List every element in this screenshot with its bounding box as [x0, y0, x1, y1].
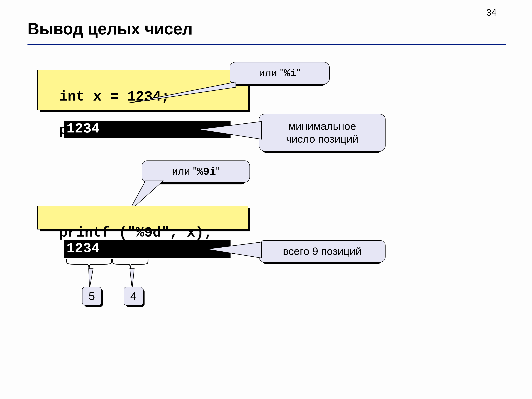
callout-i-mono: %i: [284, 67, 297, 79]
callout-minpos-l2: число позиций: [286, 133, 358, 145]
svg-marker-0: [128, 82, 236, 103]
tag-4-text: 4: [130, 290, 137, 303]
brace5-pointer: [83, 269, 96, 289]
code2-block: printf ("%9d", x);: [37, 206, 248, 229]
callout-i-prefix: или ": [259, 67, 284, 79]
console2-text: 1234: [66, 241, 100, 256]
svg-marker-1: [199, 121, 262, 139]
brace4-pointer: [126, 269, 138, 289]
callout-minpos-pointer: [199, 121, 262, 143]
callout-9i-prefix: или ": [172, 165, 197, 177]
tag-4: 4: [124, 287, 143, 305]
callout-total9-text: всего 9 позиций: [283, 245, 361, 258]
callout-9i: или "%9i": [142, 160, 250, 183]
svg-marker-3: [207, 242, 262, 258]
callout-9i-mono: %9i: [197, 166, 216, 178]
slide-title: Вывод целых чисел: [27, 19, 193, 38]
console2: 1234: [64, 240, 231, 258]
callout-total9: всего 9 позиций: [259, 240, 386, 262]
callout-i: или "%i": [230, 62, 330, 84]
console1-text: 1234: [66, 121, 100, 137]
callout-minpos-l1: минимальное: [288, 120, 356, 132]
code2-line1: printf ("%9d", x);: [59, 225, 212, 241]
tag-5-text: 5: [89, 290, 95, 303]
page-number: 34: [486, 7, 497, 18]
callout-i-suffix: ": [297, 67, 300, 79]
callout-total9-pointer: [207, 242, 262, 259]
svg-marker-4: [89, 269, 93, 289]
tag-5: 5: [82, 287, 101, 305]
svg-marker-5: [130, 269, 134, 289]
callout-minpos: минимальное число позиций: [259, 114, 386, 151]
callout-9i-suffix: ": [216, 165, 220, 177]
callout-i-pointer: [128, 82, 238, 105]
title-rule: [27, 44, 506, 45]
